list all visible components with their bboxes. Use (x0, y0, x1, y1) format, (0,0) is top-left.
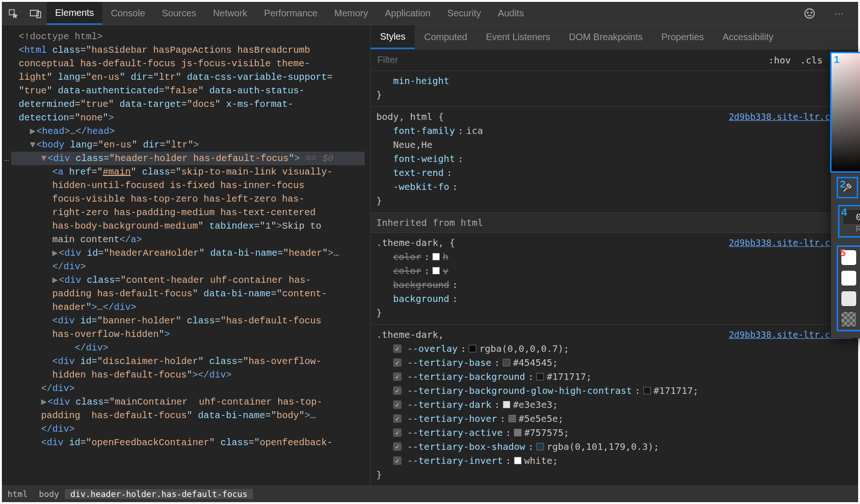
style-declaration[interactable]: ✓--tertiary-base: #454545; (376, 356, 853, 370)
color-swatch-icon[interactable] (503, 401, 510, 408)
dom-node-line[interactable]: <div id="openFeedbackContainer" class="o… (7, 436, 365, 449)
color-swatch-icon[interactable] (432, 253, 440, 260)
color-swatch-icon[interactable] (514, 457, 522, 464)
color-swatch-icon[interactable] (503, 359, 510, 366)
toggle-declaration-checkbox[interactable]: ✓ (393, 414, 402, 423)
color-r-input[interactable] (842, 209, 860, 225)
dom-node-line[interactable]: padding has-default-focus" data-bi-name=… (7, 287, 365, 301)
color-swatch-icon[interactable] (469, 345, 476, 352)
dom-node-line[interactable]: </div> (7, 341, 365, 355)
style-declaration[interactable]: ✓--tertiary-dark: #e3e3e3; (376, 398, 853, 412)
color-swatch-icon[interactable] (536, 373, 544, 380)
palette-swatch[interactable] (841, 311, 857, 327)
dom-node-line[interactable]: <html class="hasSidebar hasPageActions h… (7, 43, 365, 57)
feedback-icon[interactable] (802, 6, 817, 21)
dom-node-line[interactable]: ▶<div class="mainContainer uhf-container… (7, 395, 365, 409)
style-declaration[interactable]: text-rend: (376, 166, 853, 180)
device-toolbar-icon[interactable] (28, 6, 43, 21)
palette-swatch[interactable] (841, 291, 857, 307)
skip-link-href[interactable]: #main (103, 167, 131, 177)
inspect-element-icon[interactable] (6, 6, 21, 21)
styles-subtab-computed[interactable]: Computed (415, 25, 476, 49)
styles-subtab-dom-breakpoints[interactable]: DOM Breakpoints (560, 25, 652, 49)
dom-node-line[interactable]: </div> (7, 422, 365, 436)
dom-node-line[interactable]: "true" data-authenticated="false" data-a… (7, 84, 365, 98)
panel-tab-application[interactable]: Application (376, 2, 439, 25)
toggle-declaration-checkbox[interactable]: ✓ (393, 358, 402, 367)
dom-node-line[interactable]: ▶<head>…</head> (7, 125, 365, 138)
color-swatch-icon[interactable] (536, 443, 544, 450)
dom-node-line[interactable]: <div id="disclaimer-holder" class="has-o… (7, 355, 365, 368)
style-declaration[interactable]: Neue,He (376, 138, 853, 152)
dom-node-line[interactable]: hidden-until-focused is-fixed has-inner-… (7, 179, 365, 192)
panel-tab-elements[interactable]: Elements (47, 2, 102, 25)
style-rule[interactable]: min-height} (371, 71, 858, 107)
dom-node-line[interactable]: has-body-background-medium" tabindex="1"… (7, 219, 365, 233)
styles-subtab-event-listeners[interactable]: Event Listeners (477, 25, 560, 49)
saturation-field[interactable]: 1 (831, 53, 860, 172)
styles-subtab-styles[interactable]: Styles (371, 25, 415, 49)
panel-tab-console[interactable]: Console (102, 2, 153, 25)
palette-swatch[interactable] (841, 270, 857, 286)
styles-filter-input[interactable] (371, 55, 764, 65)
dom-node-line[interactable]: light" lang="en-us" dir="ltr" data-css-v… (7, 70, 365, 84)
dom-node-line[interactable]: focus-visible has-top-zero has-left-zero… (7, 192, 365, 206)
breadcrumb-item[interactable]: html (2, 489, 33, 499)
color-swatch-icon[interactable] (643, 387, 651, 394)
toggle-declaration-checkbox[interactable]: ✓ (393, 456, 402, 465)
color-swatch-icon[interactable] (432, 267, 440, 274)
dom-node-line[interactable]: padding has-default-focus" data-bi-name=… (7, 409, 365, 422)
style-declaration[interactable]: background: (376, 278, 853, 292)
style-declaration[interactable]: -webkit-fo: (376, 180, 853, 194)
dom-node-line[interactable]: conceptual has-default-focus js-focus-vi… (7, 57, 365, 70)
style-declaration[interactable]: ✓--tertiary-active: #757575; (376, 426, 853, 440)
toggle-declaration-checkbox[interactable]: ✓ (393, 386, 402, 395)
style-declaration[interactable]: ✓--tertiary-box-shadow: rgba(0,101,179,0… (376, 440, 853, 454)
dom-node-line[interactable]: ▶<div class="content-header uhf-containe… (7, 273, 365, 287)
dom-node-line[interactable]: <div id="banner-holder" class="has-defau… (7, 314, 365, 328)
toggle-declaration-checkbox[interactable]: ✓ (393, 344, 402, 353)
toggle-hov-button[interactable]: :hov (764, 55, 796, 66)
styles-subtab-accessibility[interactable]: Accessibility (713, 25, 783, 49)
panel-tab-audits[interactable]: Audits (489, 2, 532, 25)
dom-node-line[interactable]: ▼<body lang="en-us" dir="ltr"> (7, 138, 365, 152)
style-rule[interactable]: 2d9bb338.site-ltr.css:2.theme-dark, {col… (371, 233, 858, 325)
style-declaration[interactable]: ✓--tertiary-hover: #5e5e5e; (376, 412, 853, 426)
toggle-declaration-checkbox[interactable]: ✓ (393, 442, 402, 451)
palette-swatch[interactable] (841, 250, 857, 266)
styles-subtab-properties[interactable]: Properties (652, 25, 713, 49)
dom-node-line[interactable]: has-overflow-hidden"> (7, 328, 365, 341)
panel-tab-performance[interactable]: Performance (256, 2, 326, 25)
style-declaration[interactable]: font-family: ica (376, 124, 853, 138)
breadcrumb-item[interactable]: div.header-holder.has-default-focus (65, 489, 253, 499)
style-rule[interactable]: 2d9bb338.site-ltr.css:2body, html {font-… (371, 107, 858, 213)
dom-node-line[interactable]: … ▼<div class="header-holder has-default… (7, 152, 365, 165)
style-declaration[interactable]: ✓--tertiary-invert: white; (376, 454, 853, 468)
toggle-declaration-checkbox[interactable]: ✓ (393, 428, 402, 437)
panel-tab-sources[interactable]: Sources (154, 2, 204, 25)
style-declaration[interactable]: color: h (376, 250, 853, 264)
dom-node-line[interactable]: detection="none"> (7, 111, 365, 125)
breadcrumb-item[interactable]: body (33, 489, 64, 499)
style-declaration[interactable]: ✓--tertiary-background: #171717; (376, 370, 853, 384)
style-declaration[interactable]: background: (376, 292, 853, 306)
style-declaration[interactable]: ✓--tertiary-background-glow-high-contras… (376, 384, 853, 398)
eyedropper-button[interactable]: 2 (837, 177, 858, 198)
style-declaration[interactable]: font-weight: (376, 152, 853, 166)
dom-node-line[interactable]: </div> (7, 260, 365, 273)
panel-tab-security[interactable]: Security (439, 2, 489, 25)
dom-node-line[interactable]: right-zero has-padding-medium has-text-c… (7, 206, 365, 219)
panel-tab-memory[interactable]: Memory (326, 2, 376, 25)
dom-node-line[interactable]: hidden has-default-focus"></div> (7, 368, 365, 382)
dom-node-line[interactable]: <a href="#main" class="skip-to-main-link… (7, 165, 365, 179)
color-swatch-icon[interactable] (508, 415, 516, 422)
toggle-cls-button[interactable]: .cls (796, 55, 827, 66)
toggle-declaration-checkbox[interactable]: ✓ (393, 400, 402, 409)
style-declaration[interactable]: color: v (376, 264, 853, 278)
dom-tree-panel[interactable]: <!doctype html> <html class="hasSidebar … (2, 25, 371, 489)
style-rules-list[interactable]: min-height}2d9bb338.site-ltr.css:2body, … (371, 71, 858, 489)
dom-node-line[interactable]: <!doctype html> (7, 30, 365, 43)
style-declaration[interactable]: ✓--overlay: rgba(0,0,0,0.7); (376, 342, 853, 356)
toggle-declaration-checkbox[interactable]: ✓ (393, 372, 402, 381)
color-swatch-icon[interactable] (514, 429, 522, 436)
